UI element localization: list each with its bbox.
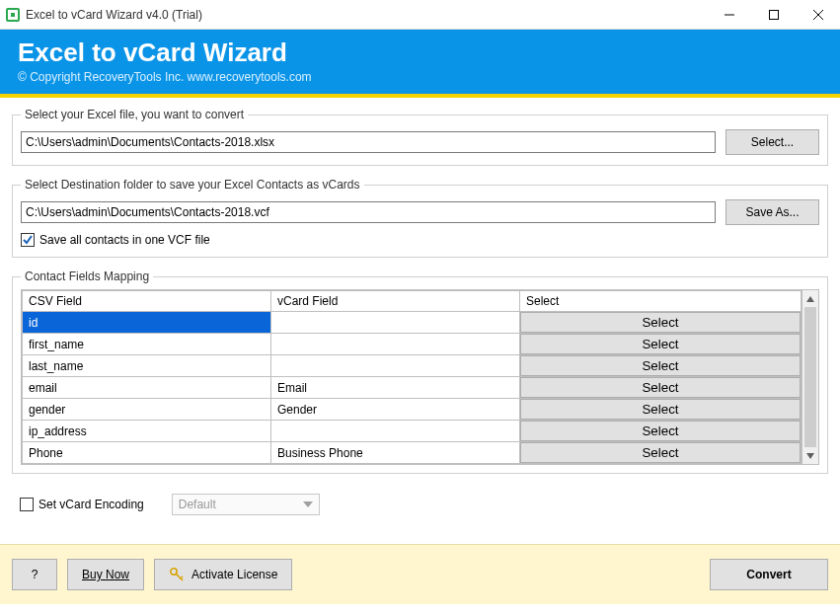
select-mapping-button[interactable]: Select — [520, 312, 801, 333]
saveas-button[interactable]: Save As... — [725, 199, 819, 225]
select-source-button[interactable]: Select... — [725, 129, 819, 155]
encoding-combo-value: Default — [179, 498, 216, 511]
svg-marker-4 — [806, 296, 814, 302]
source-group: Select your Excel file, you want to conv… — [12, 108, 828, 166]
destination-group: Select Destination folder to save your E… — [12, 178, 828, 258]
col-header-csv[interactable]: CSV Field — [23, 291, 271, 312]
convert-button[interactable]: Convert — [710, 559, 828, 590]
mapping-legend: Contact Fields Mapping — [21, 270, 153, 283]
select-mapping-button[interactable]: Select — [520, 421, 801, 441]
cell-csv: first_name — [23, 334, 271, 355]
window-title: Excel to vCard Wizard v4.0 (Trial) — [26, 8, 202, 22]
table-row[interactable]: email Email Select — [23, 377, 802, 399]
cell-csv: email — [23, 377, 271, 399]
svg-rect-1 — [769, 10, 778, 19]
svg-marker-5 — [806, 453, 814, 459]
select-mapping-button[interactable]: Select — [520, 334, 801, 354]
chevron-down-icon — [303, 501, 313, 507]
cell-csv: Phone — [23, 442, 271, 464]
cell-vcard: Gender — [271, 399, 520, 421]
key-icon — [169, 567, 185, 582]
banner-heading: Excel to vCard Wizard — [18, 38, 822, 68]
svg-line-9 — [181, 577, 183, 578]
close-button[interactable] — [796, 0, 840, 30]
help-button[interactable]: ? — [12, 559, 57, 590]
table-row[interactable]: Phone Business Phone Select — [23, 442, 802, 464]
destination-legend: Select Destination folder to save your E… — [21, 178, 364, 192]
col-header-vcard[interactable]: vCard Field — [271, 291, 520, 312]
svg-point-7 — [171, 569, 177, 575]
cell-vcard — [271, 334, 520, 355]
cell-vcard — [271, 421, 520, 442]
cell-csv: id — [23, 312, 271, 334]
table-scrollbar[interactable] — [802, 290, 818, 464]
col-header-select[interactable]: Select — [520, 291, 802, 312]
table-row[interactable]: gender Gender Select — [23, 399, 802, 421]
select-mapping-button[interactable]: Select — [520, 355, 801, 376]
cell-csv: last_name — [23, 355, 271, 377]
encoding-checkbox[interactable] — [20, 498, 34, 511]
select-mapping-button[interactable]: Select — [520, 442, 801, 463]
table-row[interactable]: first_name Select — [23, 334, 802, 355]
encoding-label: Set vCard Encoding — [38, 498, 144, 511]
svg-marker-6 — [303, 501, 313, 507]
scroll-up-icon[interactable] — [802, 290, 818, 307]
activate-license-button[interactable]: Activate License — [154, 559, 292, 590]
destination-path-input[interactable] — [21, 201, 716, 223]
cell-vcard — [271, 355, 520, 377]
source-path-input[interactable] — [21, 131, 716, 153]
table-row[interactable]: last_name Select — [23, 355, 802, 377]
select-mapping-button[interactable]: Select — [520, 399, 801, 420]
single-vcf-checkbox[interactable] — [21, 233, 35, 247]
mapping-table: CSV Field vCard Field Select id Select f… — [22, 290, 802, 464]
maximize-button[interactable] — [751, 0, 796, 30]
table-row[interactable]: id Select — [23, 312, 802, 334]
encoding-combo[interactable]: Default — [172, 494, 320, 515]
table-row[interactable]: ip_address Select — [23, 421, 802, 442]
select-mapping-button[interactable]: Select — [520, 377, 801, 398]
cell-csv: gender — [23, 399, 271, 421]
mapping-group: Contact Fields Mapping CSV Field vCard F… — [12, 270, 828, 474]
buy-now-button[interactable]: Buy Now — [67, 559, 144, 590]
banner-subtitle: © Copyright RecoveryTools Inc. www.recov… — [18, 70, 822, 84]
scroll-thumb[interactable] — [804, 307, 816, 447]
cell-vcard: Email — [271, 377, 520, 399]
titlebar: Excel to vCard Wizard v4.0 (Trial) — [0, 0, 840, 30]
scroll-down-icon[interactable] — [802, 447, 818, 464]
cell-csv: ip_address — [23, 421, 271, 442]
source-legend: Select your Excel file, you want to conv… — [21, 108, 248, 121]
app-icon — [6, 8, 20, 22]
footer: ? Buy Now Activate License Convert — [0, 544, 840, 604]
cell-vcard — [271, 312, 520, 334]
single-vcf-label: Save all contacts in one VCF file — [39, 233, 210, 247]
cell-vcard: Business Phone — [271, 442, 520, 464]
minimize-button[interactable] — [707, 0, 751, 30]
banner: Excel to vCard Wizard © Copyright Recove… — [0, 30, 840, 94]
